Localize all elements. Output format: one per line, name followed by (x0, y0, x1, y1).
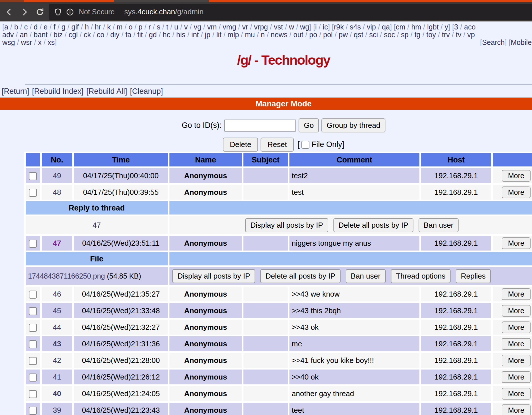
goto-id-input[interactable] (224, 120, 296, 132)
table-header-row: No. Time Name Subject Comment Host (26, 153, 532, 166)
select-post-checkbox[interactable] (29, 374, 37, 382)
cleanup-link[interactable]: [Cleanup] (130, 87, 163, 96)
group-by-thread-button[interactable]: Group by thread (321, 118, 385, 132)
post-number-link[interactable]: 39 (53, 406, 61, 414)
post-name: Anonymous (169, 370, 242, 384)
post-no-cell: 47 (42, 236, 72, 251)
forward-button[interactable] (18, 5, 31, 19)
more-button[interactable]: More (502, 338, 531, 350)
select-post-checkbox[interactable] (29, 172, 37, 180)
file-only-checkbox[interactable] (301, 141, 309, 149)
board-title: /g/ - Technology (0, 53, 532, 67)
post-number-link[interactable]: 48 (53, 188, 61, 196)
select-post-checkbox[interactable] (29, 407, 37, 415)
board-nav-line1[interactable]: [a / b / c / d / e / f / g / gif / h / h… (2, 23, 530, 31)
back-button[interactable] (3, 5, 15, 19)
more-button[interactable]: More (502, 288, 531, 300)
browser-toolbar: Not Secure sys.4cuck.chan/g/admin (0, 2, 532, 21)
post-number-link[interactable]: 45 (53, 306, 61, 315)
more-button[interactable]: More (502, 305, 531, 317)
nav-separator: / (203, 23, 205, 31)
board-nav-line3[interactable]: wsg / wsr / x / xs] (2, 39, 57, 46)
post-number-link[interactable]: 40 (53, 389, 61, 398)
col-name: Name (169, 153, 242, 166)
more-button[interactable]: More (502, 371, 531, 383)
nav-separator: / (133, 31, 135, 39)
post-time: 04/16/25(Wed)21:23:43 (74, 403, 168, 415)
select-post-checkbox[interactable] (29, 307, 37, 315)
ban-user-button[interactable]: Ban user (419, 218, 459, 232)
select-post-checkbox[interactable] (29, 291, 37, 299)
accent-segment (114, 0, 209, 2)
rebuild-all-link[interactable]: [Rebuild All] (86, 87, 127, 96)
board-nav-line2[interactable]: adv / an / bant / biz / cgl / ck / co / … (2, 31, 530, 39)
post-number-link[interactable]: 42 (53, 356, 61, 365)
post-name: Anonymous (169, 168, 242, 183)
reload-button[interactable] (34, 5, 46, 19)
select-post-checkbox[interactable] (29, 324, 37, 332)
url-bar[interactable]: Not Secure sys.4cuck.chan/g/admin (49, 4, 532, 20)
post-host: 192.168.29.1 (421, 403, 491, 415)
more-button[interactable]: More (502, 186, 531, 198)
more-button[interactable]: More (502, 404, 531, 415)
post-host: 192.168.29.1 (421, 370, 491, 384)
rebuild-index-link[interactable]: [Rebuild Index] (32, 87, 83, 96)
accent-segment (0, 0, 24, 2)
more-button[interactable]: More (502, 321, 531, 333)
post-number-link[interactable]: 46 (53, 290, 61, 298)
post-time: 04/16/25(Wed)21:31:36 (74, 336, 168, 351)
more-button[interactable]: More (502, 170, 531, 182)
post-no-cell: 48 (42, 185, 72, 200)
display-all-posts-by-ip-button[interactable]: Display all posts by IP (172, 269, 255, 283)
window-accent-bar (0, 0, 532, 2)
file-link[interactable]: 1744843871166250.png (28, 272, 105, 280)
display-all-posts-by-ip-button[interactable]: Display all posts by IP (245, 218, 328, 232)
post-subject (243, 320, 288, 335)
actions-buttons-cell: Display all posts by IPDelete all posts … (169, 216, 532, 234)
select-post-checkbox[interactable] (29, 357, 37, 365)
post-number-link[interactable]: 49 (53, 171, 61, 180)
go-button[interactable]: Go (299, 118, 319, 132)
post-more-cell: More (493, 386, 532, 401)
more-button[interactable]: More (502, 355, 531, 366)
post-number-link[interactable]: 43 (53, 339, 61, 348)
address-text[interactable]: sys.4cuck.chan/g/admin (124, 7, 204, 16)
nav-separator: / (441, 23, 443, 31)
replies-button[interactable]: Replies (456, 269, 491, 283)
delete-all-posts-by-ip-button[interactable]: Delete all posts by IP (260, 269, 340, 283)
actions-row: 1744843871166250.png (54.85 KB)Display a… (26, 267, 532, 285)
posts-table: No. Time Name Subject Comment Host 4904/… (24, 152, 532, 415)
browser-chrome: Not Secure sys.4cuck.chan/g/admin (0, 0, 532, 21)
nav-separator: / (363, 23, 365, 31)
return-link[interactable]: [Return] (2, 87, 29, 96)
select-post-checkbox[interactable] (29, 189, 37, 197)
delete-button[interactable]: Delete (223, 138, 258, 152)
ban-user-button[interactable]: Ban user (346, 269, 386, 283)
more-button[interactable]: More (502, 237, 531, 249)
post-row-39: 3904/16/25(Wed)21:23:43Anonymousteet192.… (26, 403, 532, 415)
post-comment: >>43 ok (289, 320, 419, 335)
board-nav-search-mobile[interactable]: [Search] [Mobile] (480, 39, 532, 46)
post-number-link[interactable]: 41 (53, 373, 61, 381)
post-no-cell: 42 (42, 353, 72, 368)
nav-separator: / (10, 23, 12, 31)
reset-button[interactable]: Reset (261, 138, 294, 152)
post-number-link[interactable]: 44 (53, 323, 61, 331)
select-post-checkbox[interactable] (29, 340, 37, 348)
more-button[interactable]: More (502, 388, 531, 400)
section-spacer (169, 252, 532, 265)
shield-icon[interactable] (54, 8, 62, 16)
thread-options-button[interactable]: Thread options (391, 269, 451, 283)
post-row-40: 4004/16/25(Wed)21:24:05Anonymousanother … (26, 386, 532, 401)
select-post-checkbox[interactable] (29, 390, 37, 398)
select-post-checkbox[interactable] (29, 240, 37, 248)
reload-icon (35, 7, 45, 17)
goto-label: Go to ID(s): (182, 121, 222, 130)
post-select-cell (26, 185, 40, 200)
site-info-icon[interactable] (66, 8, 74, 16)
delete-all-posts-by-ip-button[interactable]: Delete all posts by IP (333, 218, 413, 232)
post-comment: another gay thread (289, 386, 419, 401)
post-number-link[interactable]: 47 (53, 239, 61, 247)
post-subject (243, 386, 288, 401)
section-row-reply-to-thread: Reply to thread (26, 201, 532, 215)
